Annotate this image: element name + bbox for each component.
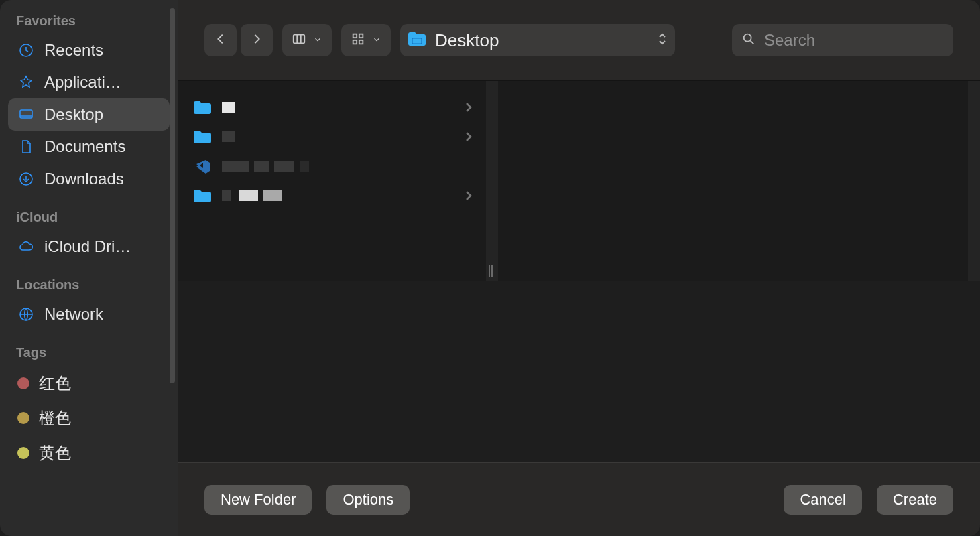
row-folder[interactable]	[178, 182, 486, 211]
chevron-right-icon	[465, 100, 473, 116]
cancel-button[interactable]: Cancel	[784, 485, 861, 515]
sidebar-section-favorites: Favorites	[8, 13, 170, 34]
new-folder-button[interactable]: New Folder	[204, 485, 312, 515]
svg-rect-1	[20, 110, 32, 118]
column-edge	[968, 81, 980, 281]
folder-icon	[192, 188, 212, 204]
tag-dot-icon	[17, 447, 29, 459]
downloads-icon	[17, 170, 35, 188]
row-label	[222, 189, 455, 204]
sidebar-item-recents[interactable]: Recents	[8, 34, 170, 66]
footer-bar: New Folder Options Cancel Create	[178, 462, 980, 536]
row-label	[222, 100, 455, 116]
grid-icon	[351, 31, 365, 49]
cloud-icon	[17, 238, 35, 255]
column-2	[498, 81, 980, 281]
column-divider[interactable]	[486, 81, 498, 281]
updown-arrows-icon	[658, 32, 667, 48]
svg-rect-7	[353, 40, 357, 44]
search-icon	[741, 31, 756, 49]
vscode-file-icon	[192, 159, 212, 175]
sidebar-item-downloads[interactable]: Downloads	[8, 163, 170, 195]
sidebar-item-label: Downloads	[44, 170, 124, 188]
chevron-down-icon	[372, 35, 381, 46]
sidebar-tag-orange[interactable]: 橙色	[8, 401, 170, 436]
chevron-down-icon	[313, 35, 322, 46]
row-folder[interactable]	[178, 123, 486, 152]
sidebar-item-label: 红色	[39, 373, 71, 394]
column-browser	[178, 80, 980, 281]
svg-rect-8	[359, 40, 363, 44]
location-popup-button[interactable]: Desktop	[400, 24, 675, 56]
sidebar-tag-yellow[interactable]: 黄色	[8, 436, 170, 470]
sidebar-item-label: 橙色	[39, 407, 71, 429]
tag-dot-icon	[17, 377, 29, 389]
sidebar-item-icloud-drive[interactable]: iCloud Dri…	[8, 230, 170, 263]
options-button[interactable]: Options	[326, 485, 410, 515]
chevron-right-icon	[249, 31, 264, 49]
sidebar-scrollbar[interactable]	[170, 8, 175, 383]
save-dialog: Favorites Recents Applicati… Desktop Doc…	[0, 0, 980, 536]
group-by-button[interactable]	[341, 24, 391, 56]
empty-area	[178, 281, 980, 462]
clock-icon	[17, 42, 35, 59]
resize-handle-icon	[489, 265, 495, 277]
search-field[interactable]	[732, 24, 953, 56]
sidebar-item-label: Network	[44, 305, 103, 324]
svg-rect-4	[294, 35, 305, 44]
chevron-right-icon	[465, 130, 473, 145]
sidebar: Favorites Recents Applicati… Desktop Doc…	[0, 0, 178, 536]
folder-icon	[407, 30, 427, 50]
nav-forward-button[interactable]	[241, 24, 273, 56]
row-folder[interactable]	[178, 93, 486, 123]
column-1	[178, 81, 486, 281]
sidebar-item-label: Documents	[44, 137, 125, 156]
sidebar-section-locations: Locations	[8, 263, 170, 298]
toolbar: Desktop	[178, 0, 980, 80]
folder-icon	[192, 129, 212, 145]
network-icon	[17, 306, 35, 323]
sidebar-tag-red[interactable]: 红色	[8, 366, 170, 401]
sidebar-item-applications[interactable]: Applicati…	[8, 66, 170, 98]
sidebar-item-label: 黄色	[39, 442, 71, 464]
row-label	[222, 159, 473, 175]
tag-dot-icon	[17, 412, 29, 424]
svg-point-10	[744, 34, 751, 42]
row-file[interactable]	[178, 152, 486, 182]
sidebar-item-label: Recents	[44, 41, 103, 60]
sidebar-item-label: Applicati…	[44, 73, 121, 92]
sidebar-section-tags: Tags	[8, 330, 170, 366]
sidebar-item-label: Desktop	[44, 105, 103, 124]
columns-icon	[292, 31, 306, 49]
sidebar-item-network[interactable]: Network	[8, 298, 170, 330]
document-icon	[17, 138, 35, 155]
search-input[interactable]	[764, 31, 965, 50]
sidebar-item-documents[interactable]: Documents	[8, 131, 170, 163]
svg-rect-5	[353, 34, 357, 38]
main-panel: Desktop	[178, 0, 980, 536]
sidebar-item-label: iCloud Dri…	[44, 237, 131, 256]
view-columns-button[interactable]	[282, 24, 332, 56]
chevron-left-icon	[213, 31, 228, 49]
chevron-right-icon	[465, 189, 473, 204]
create-button[interactable]: Create	[877, 485, 953, 515]
folder-icon	[192, 100, 212, 116]
sidebar-item-desktop[interactable]: Desktop	[8, 98, 170, 131]
row-label	[222, 130, 455, 145]
sidebar-section-icloud: iCloud	[8, 195, 170, 230]
desktop-icon	[17, 106, 35, 123]
location-label: Desktop	[435, 30, 650, 51]
applications-icon	[17, 74, 35, 91]
nav-back-button[interactable]	[204, 24, 237, 56]
svg-rect-6	[359, 34, 363, 38]
